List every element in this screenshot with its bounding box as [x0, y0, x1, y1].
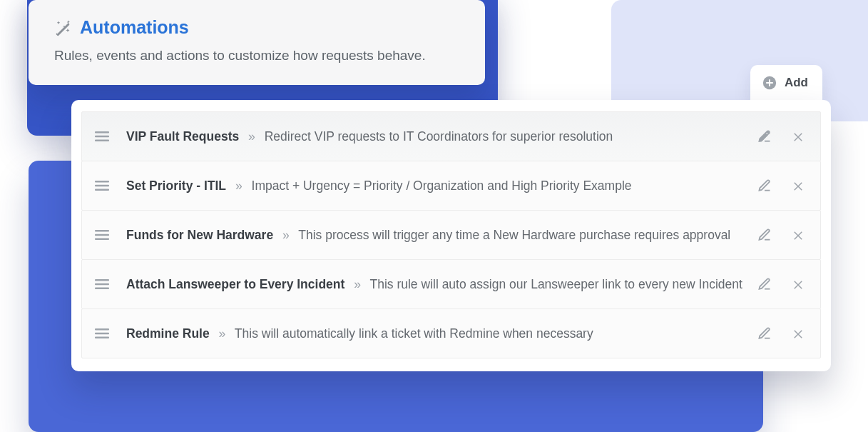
drag-handle-icon[interactable]: [95, 278, 109, 290]
rule-separator: »: [348, 277, 367, 291]
page-subtitle: Rules, events and actions to customize h…: [54, 48, 459, 64]
svg-rect-10: [95, 234, 109, 236]
svg-rect-7: [95, 185, 109, 186]
rule-name: Redmine Rule: [126, 326, 210, 341]
drag-handle-icon[interactable]: [95, 131, 109, 142]
rule-row[interactable]: Funds for New Hardware » This process wi…: [81, 210, 821, 260]
rule-name: Set Priority - ITIL: [126, 179, 226, 193]
svg-rect-14: [95, 288, 109, 289]
svg-rect-4: [95, 136, 109, 137]
svg-rect-3: [95, 131, 109, 133]
rule-separator: »: [213, 326, 232, 341]
rule-name: VIP Fault Requests: [126, 129, 239, 144]
plus-circle-icon: [762, 75, 777, 91]
svg-rect-9: [95, 230, 109, 231]
delete-icon[interactable]: [792, 278, 805, 291]
rule-description: This process will trigger any time a New…: [298, 228, 730, 242]
add-button-label: Add: [785, 76, 808, 90]
drag-handle-icon[interactable]: [95, 180, 109, 191]
rule-row[interactable]: VIP Fault Requests » Redirect VIP reques…: [81, 111, 821, 161]
rule-row[interactable]: Attach Lansweeper to Every Incident » Th…: [81, 259, 821, 309]
delete-icon[interactable]: [792, 228, 805, 241]
svg-rect-17: [95, 337, 109, 338]
edit-icon[interactable]: [757, 179, 772, 193]
wand-icon: [54, 19, 71, 36]
rule-text: Funds for New Hardware » This process wi…: [126, 228, 745, 243]
svg-rect-13: [95, 283, 109, 285]
edit-icon[interactable]: [757, 228, 772, 242]
page-title: Automations: [80, 17, 189, 38]
rule-text: VIP Fault Requests » Redirect VIP reques…: [126, 129, 745, 144]
drag-handle-icon[interactable]: [95, 229, 109, 241]
rule-separator: »: [230, 179, 248, 193]
delete-icon[interactable]: [792, 327, 805, 340]
svg-rect-2: [766, 82, 773, 84]
automations-list: VIP Fault Requests » Redirect VIP reques…: [71, 100, 831, 371]
edit-icon[interactable]: [757, 129, 772, 144]
rule-separator: »: [277, 228, 295, 242]
rule-separator: »: [242, 129, 261, 144]
edit-icon[interactable]: [757, 326, 772, 341]
rule-text: Set Priority - ITIL » Impact + Urgency =…: [126, 179, 745, 194]
svg-rect-12: [95, 279, 109, 281]
edit-icon[interactable]: [757, 277, 772, 291]
rule-row[interactable]: Set Priority - ITIL » Impact + Urgency =…: [81, 161, 821, 211]
delete-icon[interactable]: [792, 130, 805, 143]
svg-rect-16: [95, 333, 109, 334]
rule-description: This will automatically link a ticket wi…: [235, 326, 593, 341]
rule-text: Attach Lansweeper to Every Incident » Th…: [126, 277, 745, 292]
rule-description: Impact + Urgency = Priority / Organizati…: [252, 179, 632, 193]
rule-description: Redirect VIP requests to IT Coordinators…: [265, 129, 613, 144]
rule-row[interactable]: Redmine Rule » This will automatically l…: [81, 308, 821, 358]
add-button[interactable]: Add: [750, 65, 822, 101]
header-card: Automations Rules, events and actions to…: [29, 0, 485, 85]
drag-handle-icon[interactable]: [95, 328, 109, 339]
rule-name: Attach Lansweeper to Every Incident: [126, 277, 344, 291]
rule-name: Funds for New Hardware: [126, 228, 273, 242]
svg-rect-15: [95, 328, 109, 330]
svg-rect-5: [95, 140, 109, 141]
svg-rect-8: [95, 189, 109, 191]
delete-icon[interactable]: [792, 179, 805, 192]
rule-text: Redmine Rule » This will automatically l…: [126, 326, 745, 341]
svg-rect-11: [95, 238, 109, 240]
rule-description: This rule will auto assign our Lansweepe…: [370, 277, 742, 291]
svg-rect-6: [95, 181, 109, 182]
